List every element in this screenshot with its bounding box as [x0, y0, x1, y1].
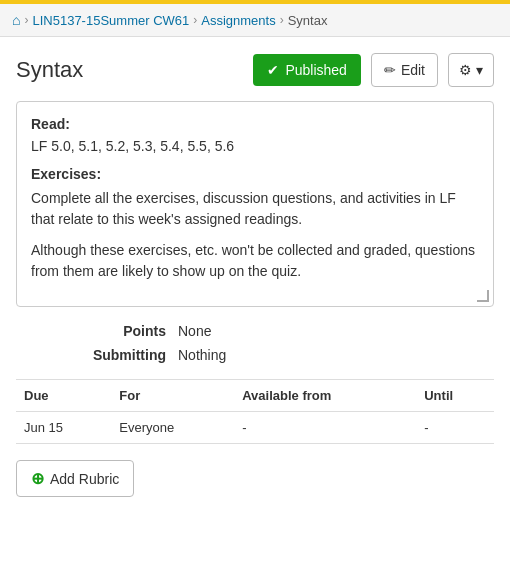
- check-icon: ✔: [267, 62, 279, 78]
- breadcrumb-current: Syntax: [288, 13, 328, 28]
- published-label: Published: [285, 62, 347, 78]
- description-box: Read: LF 5.0, 5.1, 5.2, 5.3, 5.4, 5.5, 5…: [16, 101, 494, 307]
- lf-list: LF 5.0, 5.1, 5.2, 5.3, 5.4, 5.5, 5.6: [31, 138, 479, 154]
- points-value: None: [178, 323, 211, 339]
- table-cell: Everyone: [111, 412, 234, 444]
- table-row: Jun 15Everyone--: [16, 412, 494, 444]
- breadcrumb-assignments[interactable]: Assignments: [201, 13, 275, 28]
- settings-button[interactable]: ⚙ ▾: [448, 53, 494, 87]
- table-cell: Jun 15: [16, 412, 111, 444]
- breadcrumb-sep-1: ›: [24, 13, 28, 27]
- add-rubric-label: Add Rubric: [50, 471, 119, 487]
- col-until: Until: [416, 380, 494, 412]
- submitting-row: Submitting Nothing: [16, 347, 494, 363]
- table-cell: -: [416, 412, 494, 444]
- points-row: Points None: [16, 323, 494, 339]
- breadcrumb-sep-2: ›: [193, 13, 197, 27]
- col-for: For: [111, 380, 234, 412]
- breadcrumb: ⌂ › LIN5137-15Summer CW61 › Assignments …: [0, 4, 510, 37]
- submitting-label: Submitting: [76, 347, 166, 363]
- breadcrumb-sep-3: ›: [280, 13, 284, 27]
- resize-handle[interactable]: [477, 290, 489, 302]
- col-due: Due: [16, 380, 111, 412]
- exercises-label: Exercises:: [31, 166, 479, 182]
- points-label: Points: [76, 323, 166, 339]
- plus-icon: ⊕: [31, 469, 44, 488]
- chevron-down-icon: ▾: [476, 62, 483, 78]
- edit-label: Edit: [401, 62, 425, 78]
- submitting-value: Nothing: [178, 347, 226, 363]
- edit-button[interactable]: ✏ Edit: [371, 53, 438, 87]
- due-table: Due For Available from Until Jun 15Every…: [16, 379, 494, 444]
- pencil-icon: ✏: [384, 62, 396, 78]
- breadcrumb-course[interactable]: LIN5137-15Summer CW61: [32, 13, 189, 28]
- exercises-para1: Complete all the exercises, discussion q…: [31, 188, 479, 230]
- header-row: Syntax ✔ Published ✏ Edit ⚙ ▾: [16, 53, 494, 87]
- home-icon[interactable]: ⌂: [12, 12, 20, 28]
- details-table: Points None Submitting Nothing: [16, 323, 494, 363]
- main-content: Syntax ✔ Published ✏ Edit ⚙ ▾ Read: LF 5…: [0, 37, 510, 513]
- published-button[interactable]: ✔ Published: [253, 54, 361, 86]
- col-available-from: Available from: [234, 380, 416, 412]
- read-label: Read:: [31, 116, 479, 132]
- page-title: Syntax: [16, 57, 243, 83]
- gear-icon: ⚙: [459, 62, 472, 78]
- add-rubric-button[interactable]: ⊕ Add Rubric: [16, 460, 134, 497]
- exercises-para2: Although these exercises, etc. won't be …: [31, 240, 479, 282]
- table-header-row: Due For Available from Until: [16, 380, 494, 412]
- table-cell: -: [234, 412, 416, 444]
